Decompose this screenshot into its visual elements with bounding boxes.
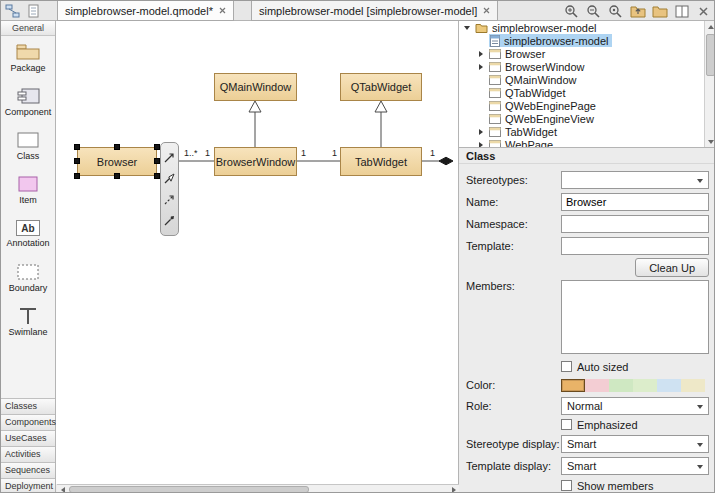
tab-model-document[interactable]: simplebrowser-model [simplebrowser-model… (251, 1, 498, 21)
scroll-up-icon[interactable] (705, 21, 715, 32)
selection-handle[interactable] (74, 158, 80, 164)
tree-item-qtabwidget[interactable]: QTabWidget (459, 86, 704, 99)
scroll-down-icon[interactable] (705, 136, 715, 147)
clean-up-button[interactable]: Clean Up (635, 258, 709, 277)
canvas-horizontal-scrollbar[interactable] (57, 484, 459, 493)
color-swatch[interactable] (657, 379, 681, 392)
name-input[interactable] (561, 193, 709, 211)
palette-tool-label: Swimlane (8, 327, 47, 337)
emphasized-checkbox[interactable] (561, 419, 572, 430)
palette-tool-label: Class (17, 151, 40, 161)
chevron-down-icon (697, 179, 703, 183)
tree-vertical-scrollbar[interactable] (704, 21, 715, 147)
members-textarea[interactable] (561, 280, 709, 354)
color-swatch[interactable] (609, 379, 633, 392)
selection-handle[interactable] (74, 173, 80, 179)
selection-handle[interactable] (114, 144, 120, 150)
auto-sized-checkbox[interactable] (561, 361, 572, 372)
color-swatch[interactable] (681, 379, 705, 392)
component-icon (15, 87, 41, 105)
tree-item-browserwindow[interactable]: BrowserWindow (459, 60, 704, 73)
palette-tool-swimlane[interactable]: Swimlane (1, 300, 55, 344)
template-input[interactable] (561, 237, 709, 255)
model-editor-icon[interactable] (4, 3, 20, 19)
class-node-qmainwindow[interactable]: QMainWindow (214, 73, 297, 101)
create-dependency-tool-icon[interactable] (163, 193, 176, 206)
class-icon (15, 131, 41, 149)
role-row: Role: Normal (466, 395, 709, 416)
palette-section-components[interactable]: Components (1, 414, 55, 430)
color-label: Color: (466, 379, 495, 391)
palette-tool-annotation[interactable]: Ab Annotation (1, 212, 55, 256)
vscroll-thumb[interactable] (706, 34, 715, 76)
palette-tool-package[interactable]: Package (1, 36, 55, 80)
zoom-reset-icon[interactable] (606, 2, 625, 20)
color-swatch-selected[interactable] (561, 379, 585, 392)
zoom-out-icon[interactable] (584, 2, 603, 20)
tree-item-webpage[interactable]: WebPage (459, 138, 704, 147)
show-members-checkbox[interactable] (561, 480, 572, 491)
open-parent-diagram-icon[interactable] (650, 2, 669, 20)
palette-tool-item[interactable]: Item (1, 168, 55, 212)
chevron-down-icon (697, 443, 703, 447)
class-node-browser[interactable]: Browser (77, 147, 157, 176)
diagram-canvas[interactable]: QMainWindow QTabWidget Browser BrowserWi… (56, 21, 459, 484)
create-inheritance-tool-icon[interactable] (163, 172, 176, 185)
template-display-row: Template display: Smart (466, 455, 709, 477)
export-diagram-icon[interactable] (628, 2, 647, 20)
expand-arrow-icon[interactable] (477, 129, 485, 135)
template-display-combo[interactable]: Smart (561, 457, 709, 475)
close-editor-icon[interactable] (694, 2, 713, 20)
color-swatch[interactable] (633, 379, 657, 392)
expand-arrow-icon[interactable] (477, 51, 485, 57)
model-tree: simplebrowser-model simplebrowser-model … (459, 21, 704, 147)
palette-tool-boundary[interactable]: Boundary (1, 256, 55, 300)
split-editor-icon[interactable] (672, 2, 691, 20)
tree-item-tabwidget[interactable]: TabWidget (459, 125, 704, 138)
create-composition-tool-icon[interactable] (163, 214, 176, 227)
tree-item-qmainwindow[interactable]: QMainWindow (459, 73, 704, 86)
auto-sized-row: Auto sized (466, 358, 709, 375)
class-node-browserwindow[interactable]: BrowserWindow (214, 147, 297, 176)
palette-section-activities[interactable]: Activities (1, 446, 55, 462)
palette-section-sequences[interactable]: Sequences (1, 462, 55, 478)
role-combo[interactable]: Normal (561, 397, 709, 415)
chevron-down-icon (697, 465, 703, 469)
create-association-tool-icon[interactable] (163, 151, 176, 164)
class-node-qtabwidget[interactable]: QTabWidget (340, 73, 422, 101)
class-icon (489, 62, 501, 72)
close-icon[interactable] (219, 7, 226, 14)
palette-tool-label: Item (19, 195, 37, 205)
class-node-tabwidget[interactable]: TabWidget (340, 147, 422, 176)
scroll-right-icon[interactable] (448, 485, 459, 493)
namespace-input[interactable] (561, 215, 709, 233)
palette-section-general[interactable]: General (1, 21, 55, 36)
palette-tool-class[interactable]: Class (1, 124, 55, 168)
palette-section-classes[interactable]: Classes (1, 398, 55, 414)
palette-section-usecases[interactable]: UseCases (1, 430, 55, 446)
tab-qmodel-file[interactable]: simplebrowser-model.qmodel* (57, 1, 234, 21)
palette-tool-component[interactable]: Component (1, 80, 55, 124)
color-swatch[interactable] (585, 379, 609, 392)
expand-arrow-icon[interactable] (463, 26, 471, 30)
stereotype-display-combo[interactable]: Smart (561, 435, 709, 453)
tree-item-browser[interactable]: Browser (459, 47, 704, 60)
editor-tab-bar: simplebrowser-model.qmodel* simplebrowse… (1, 1, 715, 21)
stereotypes-combo[interactable] (561, 171, 709, 189)
hscroll-thumb[interactable] (69, 486, 309, 493)
role-label: Role: (466, 400, 492, 412)
close-icon[interactable] (483, 7, 490, 14)
expand-arrow-icon[interactable] (477, 64, 485, 70)
palette-tool-label: Annotation (6, 238, 49, 248)
tree-item-root[interactable]: simplebrowser-model (459, 21, 704, 34)
tree-item-qwebengineview[interactable]: QWebEngineView (459, 112, 704, 125)
multiplicity-label: 1..* (184, 148, 198, 158)
zoom-in-icon[interactable] (562, 2, 581, 20)
selection-handle[interactable] (114, 173, 120, 179)
document-icon[interactable] (26, 3, 42, 19)
palette-section-deployment[interactable]: Deployment (1, 478, 55, 493)
selection-handle[interactable] (74, 144, 80, 150)
scroll-left-icon[interactable] (57, 485, 68, 493)
tree-item-model-file[interactable]: simplebrowser-model (459, 34, 704, 47)
tree-item-qwebenginepage[interactable]: QWebEnginePage (459, 99, 704, 112)
